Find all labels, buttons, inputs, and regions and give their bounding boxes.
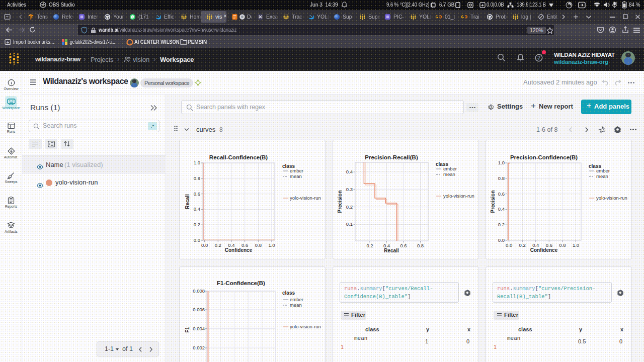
svg-text:0.4: 0.4 — [346, 169, 353, 174]
svg-text:mean: mean — [290, 302, 302, 308]
svg-text:0.2: 0.2 — [519, 242, 526, 248]
svg-text:ember: ember — [596, 168, 610, 173]
svg-text:yolo-vision-run: yolo-vision-run — [290, 195, 321, 201]
svg-text:ember: ember — [290, 168, 303, 173]
svg-text:0.002: 0.002 — [193, 345, 205, 350]
svg-text:0.004: 0.004 — [193, 326, 205, 331]
svg-text:Precision-Recall(B): Precision-Recall(B) — [365, 154, 418, 160]
svg-text:0.2: 0.2 — [366, 243, 373, 248]
svg-text:1.0: 1.0 — [194, 160, 200, 165]
svg-text:0.2: 0.2 — [346, 204, 353, 210]
svg-text:mean: mean — [290, 173, 302, 179]
svg-text:ember: ember — [443, 166, 457, 171]
svg-text:0.8: 0.8 — [498, 175, 505, 181]
svg-text:Precision-Confidence(B): Precision-Confidence(B) — [510, 154, 578, 160]
svg-text:Confidence: Confidence — [530, 247, 558, 253]
svg-text:?: ? — [537, 55, 540, 61]
svg-text:1.0: 1.0 — [498, 160, 505, 165]
svg-text:0.0: 0.0 — [194, 237, 200, 243]
svg-text:Precision: Precision — [490, 190, 496, 213]
svg-text:0.0: 0.0 — [506, 242, 512, 248]
svg-text:0.008: 0.008 — [193, 288, 205, 294]
svg-text:ember: ember — [290, 297, 303, 302]
svg-text:0.4: 0.4 — [498, 206, 505, 212]
svg-text:class: class — [282, 290, 295, 296]
svg-text:0.6: 0.6 — [498, 191, 505, 197]
svg-text:0.0: 0.0 — [498, 237, 505, 243]
svg-text:0.0: 0.0 — [201, 242, 208, 248]
svg-text:Recall-Confidence(B): Recall-Confidence(B) — [209, 154, 268, 160]
svg-text:0.006: 0.006 — [193, 307, 205, 312]
svg-text:F1: F1 — [185, 327, 190, 333]
svg-text:0.6: 0.6 — [194, 191, 200, 197]
svg-text:0.8: 0.8 — [255, 242, 262, 248]
svg-text:0.2: 0.2 — [194, 222, 200, 227]
svg-text:1.0: 1.0 — [268, 242, 275, 248]
svg-text:yolo-vision-run: yolo-vision-run — [290, 324, 321, 329]
svg-text:mean: mean — [443, 171, 455, 177]
svg-text:Recall: Recall — [384, 248, 399, 253]
svg-text:0.8: 0.8 — [417, 243, 424, 248]
svg-text:Confidence: Confidence — [225, 247, 253, 253]
svg-text:0.4: 0.4 — [194, 206, 200, 212]
svg-text:mean: mean — [596, 173, 608, 179]
svg-text:0.2: 0.2 — [498, 222, 505, 227]
svg-text:yolo-vision-run: yolo-vision-run — [596, 195, 627, 201]
svg-text:yolo-vision-run: yolo-vision-run — [443, 193, 474, 199]
svg-text:0.3: 0.3 — [346, 187, 353, 192]
svg-text:0.6: 0.6 — [400, 243, 407, 248]
svg-text:0.2: 0.2 — [215, 242, 221, 248]
svg-text:F1-Confidence(B): F1-Confidence(B) — [217, 280, 265, 286]
svg-text:1.0: 1.0 — [573, 242, 579, 248]
svg-text:0.8: 0.8 — [194, 175, 200, 181]
svg-text:Recall: Recall — [185, 194, 190, 209]
svg-text:Precision: Precision — [337, 190, 343, 213]
svg-text:0.8: 0.8 — [559, 242, 566, 248]
svg-text:0.1: 0.1 — [346, 221, 353, 227]
